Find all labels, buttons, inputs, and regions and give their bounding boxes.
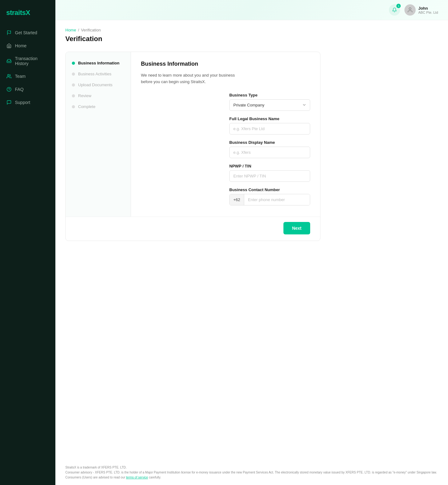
sidebar-item-transaction-history[interactable]: Transaction History — [2, 53, 53, 69]
npwp-tin-input[interactable] — [229, 170, 310, 182]
step-dot-upload-documents — [72, 83, 75, 87]
full-legal-name-label: Full Legal Business Name — [229, 116, 310, 121]
breadcrumb-home-link[interactable]: Home — [65, 28, 76, 32]
select-wrapper-business-type: Private Company Public Company Sole Prop… — [229, 99, 310, 111]
user-details: John ABC Pte. Ltd — [418, 6, 438, 14]
phone-input[interactable] — [244, 194, 310, 205]
page-title: Verification — [65, 35, 438, 43]
form-group-business-type: Business Type Private Company Public Com… — [229, 93, 310, 111]
sidebar-item-home-label: Home — [15, 43, 26, 48]
footer-advisory: Consumer advisory - XFERS PTE. LTD. is t… — [65, 470, 438, 480]
form-group-display-name: Business Display Name — [229, 140, 310, 158]
display-name-input[interactable] — [229, 147, 310, 158]
step-label-review: Review — [78, 93, 91, 98]
npwp-tin-label: NPWP / TIN — [229, 164, 310, 168]
sidebar-item-home[interactable]: Home — [2, 40, 53, 52]
steps-sidebar: Business Information Business Activities… — [66, 52, 131, 217]
verification-card: Business Information Business Activities… — [65, 52, 320, 241]
step-complete[interactable]: Complete — [72, 104, 124, 109]
business-type-label: Business Type — [229, 93, 310, 97]
support-icon — [6, 100, 12, 105]
full-legal-name-input[interactable] — [229, 123, 310, 134]
breadcrumb-separator: / — [78, 28, 79, 32]
step-dot-review — [72, 94, 75, 97]
notification-button[interactable]: 1 — [389, 4, 400, 16]
sidebar-item-support-label: Support — [15, 100, 30, 105]
step-business-information[interactable]: Business Information — [72, 61, 124, 65]
sidebar-item-team[interactable]: Team — [2, 70, 53, 82]
user-info[interactable]: John ABC Pte. Ltd — [404, 4, 438, 16]
phone-input-wrapper: +62 — [229, 194, 310, 205]
sidebar-item-get-started[interactable]: Get Started — [2, 27, 53, 39]
sidebar-item-team-label: Team — [15, 74, 26, 79]
page-footer: StraitsX is a trademark of XFERS PTE. LT… — [55, 460, 448, 485]
receipt-icon — [6, 58, 12, 64]
breadcrumb-current: Verification — [81, 28, 101, 32]
sidebar-item-faq-label: FAQ — [15, 87, 24, 92]
next-button[interactable]: Next — [283, 222, 310, 234]
form-title: Business Information — [141, 61, 310, 67]
page-content: Home / Verification Verification Busines… — [55, 20, 448, 460]
form-two-col: Business Type Private Company Public Com… — [141, 93, 310, 205]
form-description: We need to learn more about you and your… — [141, 72, 247, 85]
card-body: Business Information Business Activities… — [66, 52, 320, 217]
svg-point-1 — [7, 74, 9, 76]
home-icon — [6, 43, 12, 49]
terms-of-service-link[interactable]: terms of service — [126, 476, 148, 479]
main-content: 1 John ABC Pte. Ltd Home / Verification — [55, 0, 448, 485]
form-group-contact-number: Business Contact Number +62 — [229, 187, 310, 205]
user-company: ABC Pte. Ltd — [418, 11, 438, 14]
step-review[interactable]: Review — [72, 93, 124, 98]
sidebar-item-transaction-history-label: Transaction History — [15, 56, 49, 66]
form-footer: Next — [66, 217, 320, 241]
step-label-complete: Complete — [78, 104, 96, 109]
header-right: 1 John ABC Pte. Ltd — [389, 4, 438, 16]
form-group-npwp-tin: NPWP / TIN — [229, 164, 310, 182]
sidebar-item-get-started-label: Get Started — [15, 30, 37, 35]
form-left — [141, 93, 222, 205]
step-label-business-information: Business Information — [78, 61, 119, 65]
faq-icon — [6, 87, 12, 92]
step-dot-complete — [72, 105, 75, 108]
form-right: Business Type Private Company Public Com… — [229, 93, 310, 205]
svg-point-4 — [409, 8, 411, 10]
notification-badge: 1 — [396, 4, 401, 8]
form-group-full-legal-name: Full Legal Business Name — [229, 116, 310, 134]
step-upload-documents[interactable]: Upload Documents — [72, 82, 124, 87]
step-label-business-activities: Business Activities — [78, 72, 111, 76]
step-label-upload-documents: Upload Documents — [78, 82, 113, 87]
display-name-label: Business Display Name — [229, 140, 310, 145]
sidebar: straitsX Get Started Home — [0, 0, 55, 485]
breadcrumb: Home / Verification — [65, 28, 438, 32]
sidebar-item-support[interactable]: Support — [2, 97, 53, 108]
step-dot-business-activities — [72, 73, 75, 76]
form-area: Business Information We need to learn mo… — [131, 52, 320, 217]
avatar — [404, 4, 416, 16]
team-icon — [6, 73, 12, 79]
footer-trademark: StraitsX is a trademark of XFERS PTE. LT… — [65, 465, 438, 470]
phone-prefix: +62 — [230, 194, 244, 205]
logo-text: straitsX — [6, 9, 49, 17]
user-name: John — [418, 6, 438, 11]
sidebar-item-faq[interactable]: FAQ — [2, 83, 53, 95]
step-dot-business-information — [72, 62, 75, 65]
step-business-activities[interactable]: Business Activities — [72, 72, 124, 76]
logo: straitsX — [0, 0, 55, 27]
business-type-select[interactable]: Private Company Public Company Sole Prop… — [229, 99, 310, 111]
flag-icon — [6, 30, 12, 35]
sidebar-nav: Get Started Home Transaction History — [0, 27, 55, 485]
top-header: 1 John ABC Pte. Ltd — [55, 0, 448, 20]
contact-number-label: Business Contact Number — [229, 187, 310, 192]
